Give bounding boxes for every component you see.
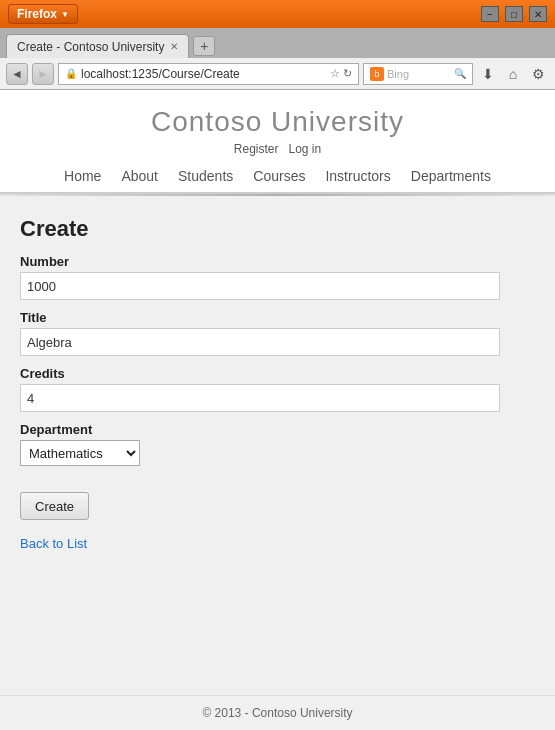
search-box[interactable]: b Bing 🔍 (363, 63, 473, 85)
credits-input[interactable] (20, 384, 500, 412)
address-text: localhost:1235/Course/Create (81, 67, 326, 81)
nav-instructors[interactable]: Instructors (325, 168, 390, 184)
nav-tools: ⬇ ⌂ ⚙ (477, 63, 549, 85)
back-button[interactable]: ◄ (6, 63, 28, 85)
title-label: Title (20, 310, 535, 325)
lock-icon: 🔒 (65, 68, 77, 79)
number-input[interactable] (20, 272, 500, 300)
page-heading: Create (20, 216, 535, 242)
home-icon[interactable]: ⌂ (502, 63, 524, 85)
tools-icon[interactable]: ⚙ (527, 63, 549, 85)
number-label: Number (20, 254, 535, 269)
nav-home[interactable]: Home (64, 168, 101, 184)
firefox-button[interactable]: Firefox (8, 4, 78, 24)
forward-button[interactable]: ► (32, 63, 54, 85)
firefox-label: Firefox (17, 7, 57, 21)
nav-bar: ◄ ► 🔒 localhost:1235/Course/Create ☆ ↻ b… (0, 58, 555, 90)
download-icon[interactable]: ⬇ (477, 63, 499, 85)
bing-icon: b (370, 67, 384, 81)
credits-label: Credits (20, 366, 535, 381)
tab-title: Create - Contoso University (17, 40, 164, 54)
site-nav: Home About Students Courses Instructors … (0, 160, 555, 192)
tab-close-icon[interactable]: ✕ (170, 41, 178, 52)
footer-text: © 2013 - Contoso University (202, 706, 352, 720)
address-icons: ☆ ↻ (330, 67, 352, 80)
department-group: Department Mathematics English Economics… (20, 422, 535, 466)
site-header: Contoso University Register Log in Home … (0, 90, 555, 194)
site-title: Contoso University (0, 106, 555, 138)
refresh-icon[interactable]: ↻ (343, 67, 352, 80)
star-icon[interactable]: ☆ (330, 67, 340, 80)
main-content: Create Number Title Credits Department M… (0, 196, 555, 695)
close-button[interactable]: ✕ (529, 6, 547, 22)
nav-about[interactable]: About (121, 168, 158, 184)
restore-button[interactable]: □ (505, 6, 523, 22)
title-input[interactable] (20, 328, 500, 356)
active-tab[interactable]: Create - Contoso University ✕ (6, 34, 189, 58)
website: Contoso University Register Log in Home … (0, 90, 555, 730)
address-bar[interactable]: 🔒 localhost:1235/Course/Create ☆ ↻ (58, 63, 359, 85)
number-group: Number (20, 254, 535, 300)
site-footer: © 2013 - Contoso University (0, 695, 555, 730)
title-group: Title (20, 310, 535, 356)
minimize-button[interactable]: − (481, 6, 499, 22)
nav-students[interactable]: Students (178, 168, 233, 184)
tab-bar: Create - Contoso University ✕ + (0, 28, 555, 58)
back-to-list-link[interactable]: Back to List (20, 536, 535, 551)
search-text: Bing (387, 68, 451, 80)
login-link[interactable]: Log in (289, 142, 322, 156)
search-go-icon[interactable]: 🔍 (454, 68, 466, 79)
page-area: Contoso University Register Log in Home … (0, 90, 555, 730)
nav-departments[interactable]: Departments (411, 168, 491, 184)
department-select[interactable]: Mathematics English Economics Engineerin… (20, 440, 140, 466)
taskbar: Firefox − □ ✕ (0, 0, 555, 28)
browser-chrome: Create - Contoso University ✕ + ◄ ► 🔒 lo… (0, 28, 555, 90)
create-button[interactable]: Create (20, 492, 89, 520)
site-auth: Register Log in (0, 138, 555, 160)
credits-group: Credits (20, 366, 535, 412)
nav-courses[interactable]: Courses (253, 168, 305, 184)
department-label: Department (20, 422, 535, 437)
register-link[interactable]: Register (234, 142, 279, 156)
new-tab-button[interactable]: + (193, 36, 215, 56)
